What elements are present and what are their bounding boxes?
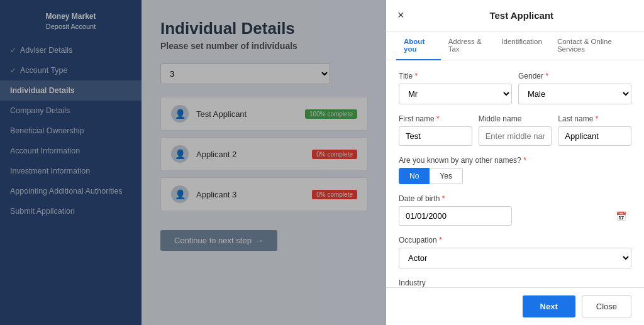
dob-label: Date of birth *: [399, 194, 631, 203]
title-label: Title *: [399, 72, 512, 80]
other-names-label: Are you known by any other names? *: [399, 156, 631, 165]
occupation-field: Occupation * Actor Accountant Engineer D…: [399, 236, 631, 268]
middle-name-label: Middle name: [479, 114, 552, 123]
tab-address-tax[interactable]: Address & Tax: [441, 31, 494, 60]
next-button[interactable]: Next: [523, 295, 575, 317]
first-name-label: First name *: [399, 114, 472, 123]
industry-field: Industry Arts and Recreation Services Fi…: [399, 278, 631, 287]
calendar-icon: 📅: [616, 211, 626, 221]
industry-label: Industry: [399, 278, 631, 287]
modal-tabs: About youAddress & TaxIdentificationCont…: [386, 31, 644, 60]
occupation-label: Occupation *: [399, 236, 631, 245]
last-name-input[interactable]: [558, 126, 631, 146]
tab-about-you[interactable]: About you: [396, 31, 441, 60]
gender-label: Gender *: [518, 72, 631, 80]
first-name-input[interactable]: [399, 126, 472, 146]
middle-name-input[interactable]: [479, 126, 552, 146]
dob-input[interactable]: [399, 206, 512, 226]
other-names-yes-button[interactable]: Yes: [430, 168, 463, 184]
last-name-field: Last name *: [558, 114, 631, 146]
last-name-label: Last name *: [558, 114, 631, 123]
modal-title: Test Applicant: [411, 10, 633, 21]
first-name-field: First name *: [399, 114, 472, 146]
tab-identification[interactable]: Identification: [494, 31, 550, 60]
tab-contact-online[interactable]: Contact & Online Services: [550, 31, 634, 60]
dob-input-wrap: 📅: [399, 206, 631, 226]
dob-field: Date of birth * 📅: [399, 194, 631, 226]
other-names-field: Are you known by any other names? * No Y…: [399, 156, 631, 184]
other-names-no-button[interactable]: No: [399, 168, 430, 184]
middle-name-field: Middle name: [479, 114, 552, 146]
title-select[interactable]: Mr Mrs Ms Miss Dr: [399, 84, 512, 104]
title-field: Title * Mr Mrs Ms Miss Dr: [399, 72, 512, 104]
modal: × Test Applicant About youAddress & TaxI…: [386, 0, 644, 325]
gender-field: Gender * Male Female Other: [518, 72, 631, 104]
gender-select[interactable]: Male Female Other: [518, 84, 631, 104]
modal-footer: Next Close: [386, 287, 644, 325]
title-gender-row: Title * Mr Mrs Ms Miss Dr Gender * Male …: [399, 72, 631, 114]
other-names-yn-group: No Yes: [399, 168, 631, 184]
close-button[interactable]: Close: [582, 295, 631, 317]
occupation-select[interactable]: Actor Accountant Engineer Doctor Other: [399, 248, 631, 268]
modal-body: Title * Mr Mrs Ms Miss Dr Gender * Male …: [386, 60, 644, 287]
modal-close-button[interactable]: ×: [397, 9, 404, 22]
modal-header: × Test Applicant: [386, 0, 644, 31]
name-row: First name * Middle name Last name *: [399, 114, 631, 156]
